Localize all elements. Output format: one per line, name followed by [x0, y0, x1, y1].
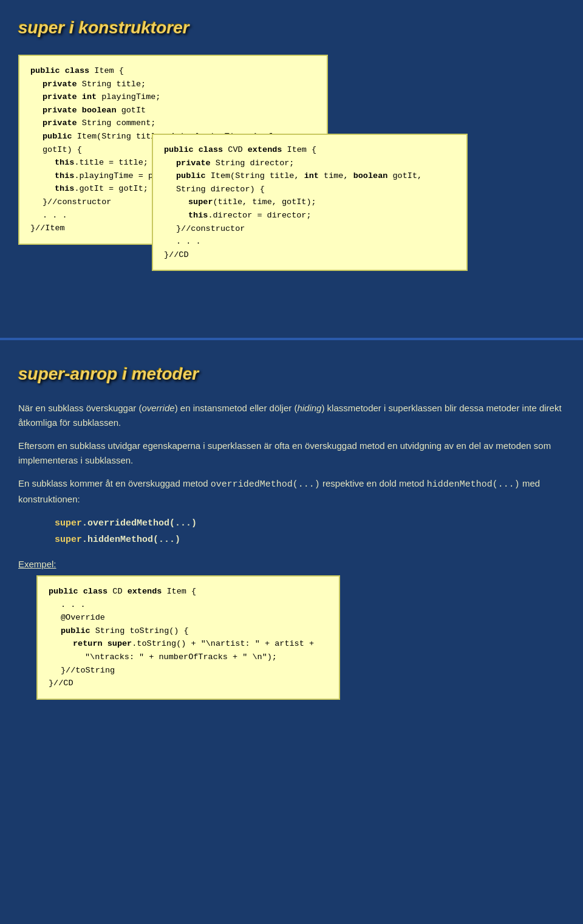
cvd-line-2: private String director; [164, 157, 455, 170]
cvd-line-4: super(title, time, gotIt); [164, 196, 455, 209]
cvd-line-3: public Item(String title, int time, bool… [164, 169, 455, 196]
super-call-1: super.overridedMethod(...) [55, 515, 565, 532]
cvd-line-5: this.director = director; [164, 209, 455, 222]
cd-line-7: }//toString [49, 664, 328, 677]
item-line-5: private String comment; [30, 117, 316, 130]
code-box-cvd: public class CVD extends Item { private … [152, 134, 468, 271]
code-box-cd: public class CD extends Item { . . . @Ov… [36, 575, 340, 700]
cd-line-3: @Override [49, 611, 328, 625]
cvd-line-7: . . . [164, 235, 455, 248]
cd-line-5: return super.toString() + "\nartist: " +… [49, 637, 328, 651]
cd-line-2: . . . [49, 598, 328, 612]
section2-title: super-anrop i metoder [18, 364, 565, 384]
section-metoder: super-anrop i metoder När en subklass öv… [0, 340, 583, 887]
cd-line-4: public String toString() { [49, 625, 328, 638]
cvd-line-8: }//CD [164, 248, 455, 262]
section2-para3: En subklass kommer åt en överskuggad met… [18, 476, 565, 507]
section2-para1: När en subklass överskuggar (override) e… [18, 401, 565, 430]
cvd-line-6: }//constructor [164, 222, 455, 236]
cd-line-1: public class CD extends Item { [49, 585, 328, 598]
section-konstruktorer: super i konstruktorer public class Item … [0, 0, 583, 340]
code-boxes-wrapper: public class Item { private String title… [18, 55, 565, 310]
bottom-code-wrapper: public class CD extends Item { . . . @Ov… [18, 575, 565, 700]
example-label: Exempel: [18, 559, 565, 569]
cvd-line-1: public class CVD extends Item { [164, 143, 455, 157]
item-line-2: private String title; [30, 78, 316, 91]
cd-line-6: "\ntracks: " + numberOfTracks + " \n"); [49, 651, 328, 664]
section2-para2: Eftersom en subklass utvidgar egenskaper… [18, 439, 565, 468]
item-line-3: private int playingTime; [30, 91, 316, 104]
super-call-2: super.hiddenMethod(...) [55, 532, 565, 548]
cd-line-8: }//CD [49, 677, 328, 690]
section1-title: super i konstruktorer [18, 18, 565, 38]
item-line-1: public class Item { [30, 64, 316, 78]
item-line-4: private boolean gotIt [30, 104, 316, 117]
